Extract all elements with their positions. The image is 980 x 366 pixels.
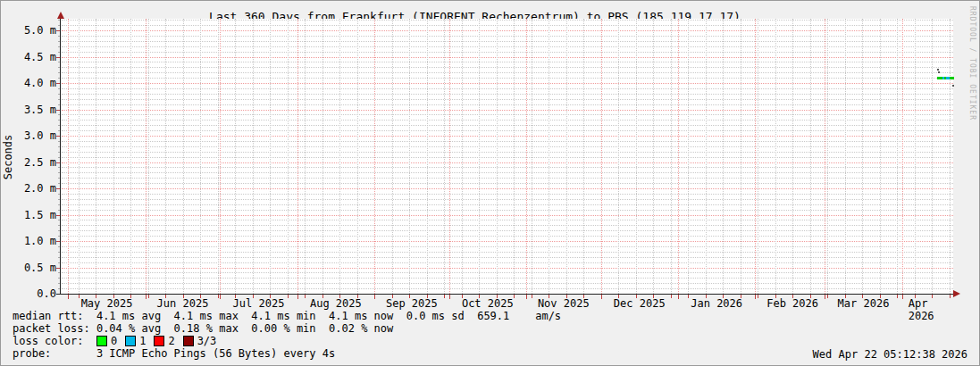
x-tick-label: Apr 2026	[909, 297, 956, 322]
x-axis-tick	[792, 295, 793, 298]
x-axis-tick	[827, 295, 828, 298]
x-axis-tick	[479, 295, 480, 298]
x-axis-tick	[322, 295, 323, 298]
loss-color-value: 3/3	[197, 335, 217, 347]
x-axis-tick	[688, 295, 689, 298]
y-tick-label: 5.0 m	[1, 24, 56, 37]
x-axis-tick-major	[526, 295, 527, 299]
x-tick-label: Oct 2025	[462, 297, 514, 310]
loss-color-swatch	[125, 336, 136, 346]
x-axis-tick	[148, 295, 149, 298]
x-axis-tick-major	[297, 295, 298, 299]
y-tick-label: 3.5 m	[1, 104, 56, 116]
x-axis-tick-major	[146, 295, 147, 299]
x-tick-label: Nov 2025	[538, 297, 590, 310]
x-tick-label: Mar 2026	[838, 297, 890, 310]
x-tick-label: Jul 2025	[233, 297, 285, 310]
loss-color-swatches: 0123/3	[96, 335, 224, 347]
x-tick-label: Dec 2025	[614, 297, 666, 310]
x-axis-tick	[532, 295, 532, 298]
x-axis-tick	[79, 295, 80, 298]
y-axis-line	[60, 17, 61, 294]
y-tick-label: 4.5 m	[1, 51, 56, 63]
x-axis-tick-major	[678, 295, 679, 299]
x-axis-tick	[444, 295, 445, 298]
rrdtool-watermark: RRDTOOL / TOBI OETIKER	[968, 6, 976, 121]
x-axis-tick	[409, 295, 410, 298]
x-axis-tick-major	[601, 295, 602, 299]
x-axis-tick-major	[449, 295, 450, 299]
x-axis-tick	[741, 295, 741, 298]
x-axis-tick	[113, 295, 114, 298]
x-axis-tick	[357, 295, 358, 298]
x-axis-tick	[897, 295, 898, 298]
x-axis-arrow-icon	[953, 290, 960, 297]
x-axis-tick	[845, 295, 846, 298]
x-axis-tick	[950, 295, 951, 298]
y-axis-arrow-icon	[57, 12, 64, 19]
loss-color-value: 1	[139, 335, 146, 347]
x-axis-tick	[810, 295, 811, 298]
y-tick-label: 0.0	[1, 287, 56, 300]
x-axis-tick	[636, 295, 637, 298]
probe-row: probe: 3 ICMP Echo Pings (56 Bytes) ever…	[13, 347, 561, 360]
x-axis-tick	[305, 295, 306, 298]
loss-color-label: loss color:	[13, 335, 96, 347]
x-axis-tick	[427, 295, 428, 298]
x-axis-tick	[200, 295, 201, 298]
x-axis-tick-major	[220, 295, 221, 299]
probe-label: probe:	[13, 347, 96, 360]
loss-color-row: loss color: 0123/3	[13, 335, 561, 347]
x-axis-tick	[758, 295, 758, 298]
x-axis-tick	[671, 295, 672, 298]
x-axis-tick-major	[825, 295, 825, 299]
x-axis-tick	[775, 295, 776, 298]
median-rtt-stats: median rtt: 4.1 ms avg 4.1 ms max 4.1 ms…	[13, 310, 561, 322]
loss-color-swatch	[154, 336, 164, 346]
y-axis-label: Seconds	[2, 132, 14, 182]
x-axis-tick	[165, 295, 166, 298]
x-axis-tick	[183, 295, 184, 298]
y-tick-label: 2.0 m	[1, 182, 56, 195]
x-axis-tick-major	[374, 295, 375, 299]
x-axis-tick-major	[902, 295, 903, 299]
legend-block: median rtt: 4.1 ms avg 4.1 ms max 4.1 ms…	[13, 310, 561, 360]
x-axis-tick	[253, 295, 254, 298]
y-tick-label: 1.0 m	[1, 235, 56, 247]
y-tick-label: 4.0 m	[1, 77, 56, 89]
x-axis-tick	[566, 295, 567, 298]
x-axis-tick	[549, 295, 549, 298]
x-axis-tick	[392, 295, 393, 298]
loss-color-value: 2	[168, 335, 174, 347]
x-tick-label: Feb 2026	[766, 297, 818, 310]
x-axis-tick	[862, 295, 863, 298]
x-axis-tick	[339, 295, 340, 298]
x-axis-tick	[218, 295, 219, 298]
y-tick-label: 0.5 m	[1, 262, 56, 274]
x-tick-label: Aug 2025	[310, 297, 362, 310]
x-axis-tick	[514, 295, 515, 298]
x-axis-tick	[653, 295, 654, 298]
x-axis-tick	[932, 295, 933, 298]
loss-color-value: 0	[111, 335, 117, 347]
x-axis-tick	[462, 295, 463, 298]
x-axis-tick-major	[755, 295, 756, 299]
x-axis-tick	[723, 295, 724, 298]
x-tick-label: Sep 2025	[386, 297, 438, 310]
x-axis-tick	[915, 295, 916, 298]
x-axis-tick	[270, 295, 271, 298]
x-axis-tick	[130, 295, 131, 298]
y-tick-label: 1.5 m	[1, 209, 56, 221]
x-axis-tick	[235, 295, 236, 298]
x-axis-tick	[583, 295, 584, 298]
x-axis-tick	[706, 295, 707, 298]
packet-loss-stats: packet loss: 0.04 % avg 0.18 % max 0.00 …	[13, 322, 561, 335]
x-axis-tick	[497, 295, 498, 298]
loss-color-swatch	[96, 336, 107, 346]
plot-canvas	[62, 19, 953, 294]
x-tick-label: Jan 2026	[691, 297, 742, 310]
x-axis-tick	[880, 295, 881, 298]
x-axis-tick	[96, 295, 96, 298]
probe-value: 3 ICMP Echo Pings (56 Bytes) every 4s	[96, 347, 335, 360]
loss-color-swatch	[183, 336, 194, 346]
